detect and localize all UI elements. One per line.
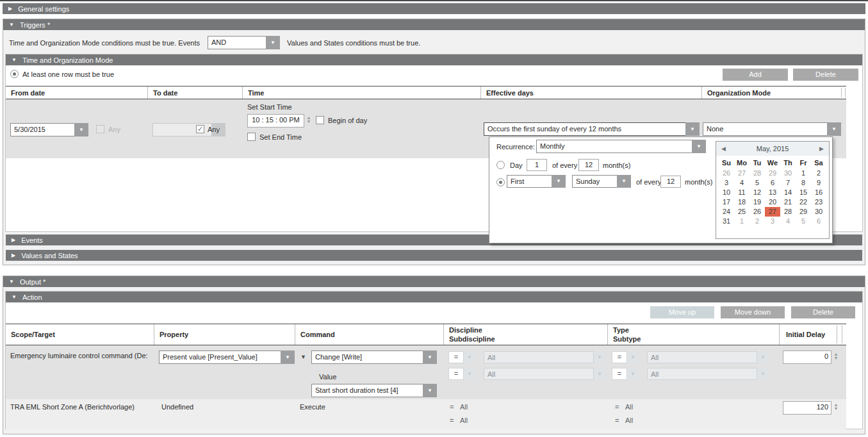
calendar-day[interactable]: 21	[780, 197, 796, 207]
calendar-day[interactable]: 8	[796, 178, 811, 188]
set-end-time-checkbox[interactable]	[247, 133, 256, 141]
command-expander-icon[interactable]: ▼	[300, 354, 306, 360]
output-title: Output *	[20, 278, 45, 286]
calendar-day[interactable]: 14	[780, 188, 796, 197]
weekday-radio[interactable]	[496, 178, 505, 186]
row1-type-operator[interactable]: =	[612, 351, 627, 363]
calendar-day[interactable]: 3	[719, 178, 734, 188]
row2-initial-delay-input[interactable]: 120	[783, 401, 831, 415]
calendar-day[interactable]: 6	[811, 217, 826, 226]
weekday-dropdown[interactable]: Sunday ▼	[572, 175, 631, 188]
recurrence-dropdown[interactable]: Monthly ▼	[536, 140, 706, 153]
move-up-button[interactable]: Move up	[650, 306, 714, 318]
recurrence-value: Monthly	[536, 140, 692, 153]
values-states-bar[interactable]: ▶ Values and States	[6, 250, 862, 261]
prev-month-icon[interactable]: ◀	[721, 145, 726, 152]
calendar-day[interactable]: 6	[765, 178, 780, 188]
row1-discipline-dropdown[interactable]: All ▼	[484, 351, 605, 363]
move-down-button[interactable]: Move down	[721, 306, 785, 318]
add-button[interactable]: Add	[723, 69, 788, 81]
calendar-day-selected[interactable]: 27	[765, 207, 780, 217]
calendar-day[interactable]: 30	[780, 169, 796, 178]
from-date-picker[interactable]: 5/30/2015 ▼	[10, 123, 88, 136]
row1-subdiscipline-operator[interactable]: =	[448, 368, 464, 380]
to-any-checkbox[interactable]: ✓	[196, 125, 204, 133]
calendar-day[interactable]: 15	[796, 188, 811, 197]
calendar-day[interactable]: 13	[765, 188, 780, 197]
calendar-day[interactable]: 16	[811, 188, 826, 197]
row1-delay-spinner[interactable]: ▲ ▼	[833, 352, 839, 360]
calendar-day[interactable]: 7	[780, 178, 796, 188]
general-settings-bar[interactable]: ▶ General settings	[3, 3, 865, 14]
calendar-day[interactable]: 29	[765, 169, 780, 178]
row1-type-dropdown[interactable]: All ▼	[647, 351, 769, 363]
calendar-day[interactable]: 27	[734, 169, 749, 178]
calendar-day[interactable]: 1	[734, 217, 749, 226]
row2-delay-spinner[interactable]: ▲ ▼	[833, 403, 839, 411]
begin-of-day-checkbox[interactable]	[316, 116, 324, 124]
recurrence-label: Recurrence:	[496, 143, 535, 151]
calendar-day[interactable]: 26	[719, 169, 734, 178]
organization-mode-dropdown[interactable]: None ▼	[703, 122, 841, 136]
row1-type-operator-arrow[interactable]: ▼	[627, 351, 639, 363]
calendar-day[interactable]: 5	[749, 178, 765, 188]
calendar-day[interactable]: 9	[811, 178, 826, 188]
calendar-day[interactable]: 1	[796, 169, 811, 178]
start-time-spinner[interactable]: ▲ ▼	[306, 116, 312, 124]
ordinal-dropdown[interactable]: First ▼	[507, 175, 566, 188]
row1-discipline-operator-arrow[interactable]: ▼	[464, 351, 475, 363]
from-any-label: Any	[108, 126, 120, 133]
row1-subtype-operator[interactable]: =	[612, 368, 627, 380]
day-number-input[interactable]: 1	[527, 159, 547, 171]
column-organization-mode: Organization Mode	[701, 87, 841, 99]
calendar-day[interactable]: 4	[780, 217, 796, 226]
row1-property-dropdown[interactable]: Present value [Present_Value] ▼	[159, 350, 295, 364]
calendar-day[interactable]: 28	[749, 169, 765, 178]
calendar-day[interactable]: 4	[734, 178, 749, 188]
calendar-day[interactable]: 30	[811, 207, 826, 217]
dropdown-arrow-icon: ▼	[757, 351, 769, 363]
calendar-day[interactable]: 23	[811, 197, 826, 207]
row1-subdiscipline-operator-arrow[interactable]: ▼	[464, 368, 475, 380]
start-time-input[interactable]: 10 : 15 : 00 PM	[247, 114, 304, 128]
effective-days-dropdown[interactable]: Occurs the first sunday of every 12 mont…	[484, 122, 700, 136]
calendar-day[interactable]: 25	[734, 207, 749, 217]
calendar-day[interactable]: 3	[765, 217, 780, 226]
row1-discipline-operator[interactable]: =	[448, 351, 464, 363]
calendar-day[interactable]: 10	[719, 188, 734, 197]
delete-action-button[interactable]: Delete	[791, 306, 855, 318]
next-month-icon[interactable]: ▶	[819, 145, 824, 152]
day-months-input[interactable]: 12	[578, 159, 599, 171]
calendar-day[interactable]: 17	[719, 197, 734, 207]
calendar-day[interactable]: 22	[796, 197, 811, 207]
at-least-one-radio[interactable]	[10, 70, 19, 78]
calendar-day[interactable]: 26	[749, 207, 765, 217]
calendar-day[interactable]: 19	[749, 197, 765, 207]
calendar-day[interactable]: 11	[734, 188, 749, 197]
events-operator-dropdown[interactable]: AND ▼	[208, 36, 280, 49]
row1-initial-delay-input[interactable]: 0	[783, 350, 831, 364]
calendar-day[interactable]: 18	[734, 197, 749, 207]
row1-subtype-operator-arrow[interactable]: ▼	[627, 368, 639, 380]
output-bar[interactable]: ▼ Output *	[3, 276, 865, 287]
day-of-month-radio[interactable]	[496, 161, 505, 169]
calendar-day[interactable]: 24	[719, 207, 734, 217]
calendar-day[interactable]: 12	[749, 188, 765, 197]
calendar-day[interactable]: 2	[749, 217, 765, 226]
row1-command-dropdown[interactable]: Change [Write] ▼	[311, 350, 437, 364]
triggers-bar[interactable]: ▼ Triggers *	[3, 19, 865, 30]
row1-subdiscipline-dropdown[interactable]: All ▼	[484, 368, 605, 380]
calendar-day[interactable]: 20	[765, 197, 780, 207]
row1-value-dropdown[interactable]: Start short duration test [4] ▼	[311, 384, 437, 397]
action-bar[interactable]: ▼ Action	[6, 292, 862, 302]
from-any-checkbox[interactable]	[96, 125, 104, 133]
calendar-day[interactable]: 28	[780, 207, 796, 217]
weekday-months-input[interactable]: 12	[660, 176, 681, 188]
row1-subtype-dropdown[interactable]: All ▼	[647, 368, 769, 380]
calendar-day[interactable]: 29	[796, 207, 811, 217]
calendar-day[interactable]: 2	[811, 169, 826, 178]
time-org-bar[interactable]: ▼ Time and Organization Mode	[6, 54, 862, 65]
delete-button[interactable]: Delete	[793, 69, 858, 81]
calendar-day[interactable]: 5	[796, 217, 811, 226]
calendar-day[interactable]: 31	[719, 217, 734, 226]
